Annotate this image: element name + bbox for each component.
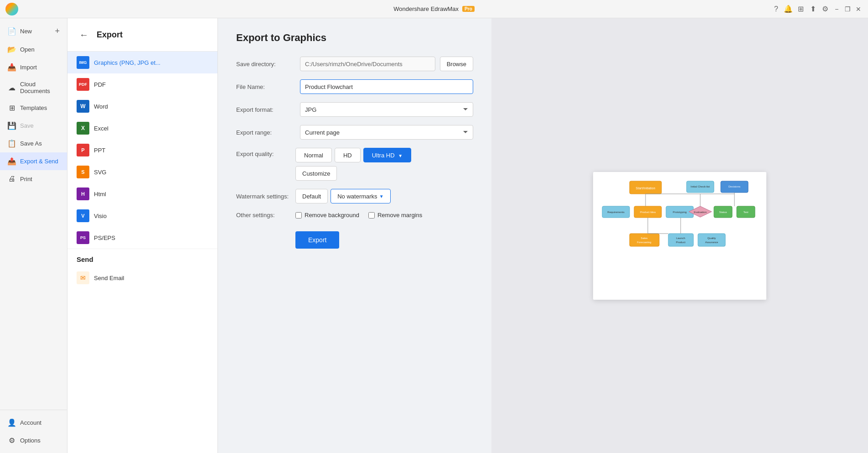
remove-margins-checkbox[interactable] [368,212,375,219]
checkbox-group: Remove background Remove margins [295,212,422,219]
browse-button[interactable]: Browse [440,57,473,71]
quality-ultrahd-btn[interactable]: Ultra HD ▼ [363,148,411,162]
saveas-icon: 📋 [7,139,16,148]
restore-btn[interactable]: ❐ [843,4,852,15]
export-graphics-item[interactable]: IMG Graphics (PNG, JPG et... [67,52,217,73]
remove-background-label[interactable]: Remove background [295,212,359,219]
back-button[interactable]: ← [75,26,93,44]
watermark-none-label: No watermarks [337,193,377,200]
file-name-row: File Name: [236,79,473,94]
quality-normal-btn[interactable]: Normal [295,148,332,162]
ps-icon: PS [77,231,89,244]
app-title: Wondershare EdrawMax [393,5,459,12]
remove-margins-text: Remove margins [377,212,422,219]
sidebar-item-new[interactable]: 📄 New + [0,22,67,41]
export-icon: 📤 [7,157,16,166]
export-ps-label: PS/EPS [94,234,115,241]
export-svg-label: SVG [94,169,106,176]
svg-text:Start/Initiation: Start/Initiation [636,187,656,190]
sidebar-item-templates[interactable]: ⊞ Templates [0,99,67,117]
export-ps-item[interactable]: PS PS/EPS [67,227,217,249]
svg-text:Sales: Sales [641,237,647,240]
minimize-btn[interactable]: − [832,4,841,15]
watermark-row: Watermark settings: Default No watermark… [236,189,473,203]
export-html-item[interactable]: H Html [67,183,217,205]
export-format-row: Export format: JPG PNG BMP SVG TIFF [236,102,473,117]
file-name-input[interactable] [300,79,473,94]
watermark-buttons: Default No watermarks ▼ [295,189,391,203]
send-email-item[interactable]: ✉ Send Email [67,267,217,289]
sidebar-item-cloud[interactable]: ☁ Cloud Documents [0,76,67,99]
sidebar-cloud-label: Cloud Documents [20,81,60,94]
export-button[interactable]: Export [295,231,339,249]
save-icon: 💾 [7,121,16,130]
new-plus-icon[interactable]: + [55,26,60,36]
sidebar-options-label: Options [20,437,41,444]
share-btn[interactable]: ⬆ [808,3,818,16]
import-icon: 📥 [7,63,16,72]
export-pdf-label: PDF [94,81,106,88]
sidebar-bottom: 👤 Account ⚙ Options [0,410,67,449]
customize-btn[interactable]: Customize [295,166,337,181]
export-quality-label: Export quality: [236,148,295,157]
remove-background-checkbox[interactable] [295,212,302,219]
export-ppt-item[interactable]: P PPT [67,139,217,161]
open-icon: 📂 [7,45,16,54]
email-icon: ✉ [77,271,89,284]
svg-rect-21 [668,234,693,246]
sidebar-item-export[interactable]: 📤 Export & Send [0,152,67,170]
sidebar-save-label: Save [20,122,34,129]
png-icon: IMG [77,56,89,69]
svg-text:Assurance: Assurance [705,241,718,244]
close-btn[interactable]: ✕ [854,4,863,15]
sidebar-item-saveas[interactable]: 📋 Save As [0,135,67,152]
settings-btn[interactable]: ⚙ [820,3,830,16]
quality-hd-btn[interactable]: HD [335,148,361,162]
export-range-select[interactable]: Current page All pages Selected pages [300,125,473,140]
remove-margins-label[interactable]: Remove margins [368,212,422,219]
notification-btn[interactable]: 🔔 [784,3,793,16]
export-form-container: Export to Graphics Save directory: Brows… [218,18,868,453]
sidebar-account-label: Account [20,419,41,426]
export-visio-item[interactable]: V Visio [67,205,217,227]
send-section-header: Send [67,249,217,267]
word-icon: W [77,100,89,113]
sidebar-item-options[interactable]: ⚙ Options [0,432,67,449]
export-range-label: Export range: [236,129,295,136]
main-layout: 📄 New + 📂 Open 📥 Import ☁ Cloud Document… [0,18,868,453]
export-excel-item[interactable]: X Excel [67,117,217,139]
ppt-icon: P [77,144,89,156]
watermark-default-btn[interactable]: Default [295,189,328,203]
help-btn[interactable]: ? [771,3,781,16]
svg-text:Status: Status [719,211,727,213]
export-html-label: Html [94,191,106,198]
quality-options: Normal HD Ultra HD ▼ Customize [295,148,411,181]
export-format-select[interactable]: JPG PNG BMP SVG TIFF [300,102,473,117]
preview-card: Start/Initiation Initial Check-list Deci… [593,172,766,300]
export-form: Export to Graphics Save directory: Brows… [218,18,491,453]
community-btn[interactable]: ⊞ [796,3,806,16]
watermark-none-btn[interactable]: No watermarks ▼ [331,189,390,203]
sidebar-item-print[interactable]: 🖨 Print [0,170,67,187]
export-word-item[interactable]: W Word [67,95,217,117]
export-btn-container: Export [236,231,473,249]
ultrahd-dropdown-icon: ▼ [398,153,403,158]
sidebar-item-account[interactable]: 👤 Account [0,414,67,432]
export-svg-item[interactable]: S SVG [67,161,217,183]
svg-text:Evaluation: Evaluation [694,211,707,213]
export-pdf-item[interactable]: PDF PDF [67,73,217,95]
pro-badge: Pro [462,6,475,12]
other-settings-label: Other settings: [236,212,295,219]
main-content: Export to Graphics Save directory: Brows… [218,18,868,453]
excel-icon: X [77,122,89,135]
save-directory-input[interactable] [300,57,435,71]
export-visio-label: Visio [94,213,107,219]
quality-ultrahd-label: Ultra HD [372,152,395,159]
svg-rect-18 [630,234,659,246]
sidebar-item-import[interactable]: 📥 Import [0,58,67,76]
send-email-label: Send Email [94,275,124,281]
new-icon: 📄 [7,27,16,36]
sidebar-item-open[interactable]: 📂 Open [0,41,67,58]
sidebar-narrow: 📄 New + 📂 Open 📥 Import ☁ Cloud Document… [0,18,67,453]
other-settings-row: Other settings: Remove background Remove… [236,212,473,219]
